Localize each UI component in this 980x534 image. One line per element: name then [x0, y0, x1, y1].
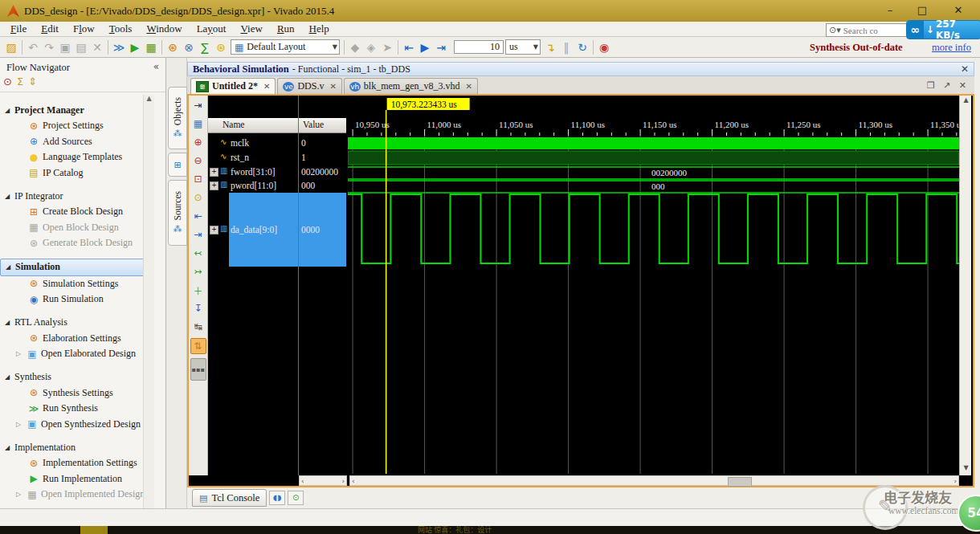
- close-tab-icon[interactable]: ✕: [329, 82, 336, 91]
- sidebar-section-project-manager[interactable]: ◢Project Manager: [0, 102, 151, 118]
- sidebar-item-language-templates[interactable]: ●Language Templates: [0, 149, 151, 165]
- sidebar-section-ip-integrator[interactable]: ◢IP Integrator: [0, 188, 151, 204]
- signal-row-mclk[interactable]: ∿mclk0: [208, 137, 346, 149]
- next-transition-icon[interactable]: ⇥: [191, 227, 206, 242]
- more-tools-button[interactable]: ▪▪▪: [190, 358, 206, 381]
- close-tab-icon[interactable]: ✕: [465, 82, 472, 91]
- run-for-time-icon[interactable]: ⇥: [433, 39, 449, 55]
- menu-layout[interactable]: Layout: [190, 22, 234, 35]
- save-waveform-icon[interactable]: ▦: [191, 116, 206, 131]
- sidebar-scrollbar[interactable]: ▲ ▼ ▫: [143, 95, 154, 532]
- close-tab-icon[interactable]: ✕: [263, 82, 270, 91]
- wave-hscrollbar[interactable]: ‹›: [349, 475, 959, 486]
- menu-edit[interactable]: Edit: [34, 22, 66, 35]
- menu-run[interactable]: Run: [270, 22, 302, 35]
- signal-row-pword[interactable]: +▥pword[11:0]000: [208, 178, 346, 192]
- menu-window[interactable]: Window: [139, 22, 189, 35]
- step-icon[interactable]: ↴: [542, 39, 558, 55]
- measure-icon[interactable]: ↹: [191, 320, 206, 334]
- tab-tcl-console[interactable]: ▤ Tcl Console: [192, 489, 267, 507]
- scroll-down-icon[interactable]: ▼: [961, 464, 971, 475]
- sidebar-item-synthesis-settings[interactable]: ⊛Synthesis Settings: [0, 385, 151, 402]
- external-window-icon[interactable]: ↗: [943, 80, 950, 91]
- comment-bubble-icon[interactable]: ◖◗: [269, 491, 285, 505]
- save-run-icon[interactable]: ▦: [143, 39, 159, 55]
- download-speed-badge[interactable]: ∞ ↓ 257 KB/s: [906, 20, 980, 39]
- sidebar-item-add-sources[interactable]: ⊕Add Sources: [0, 134, 151, 150]
- project-settings-icon[interactable]: ⊛: [165, 39, 181, 55]
- minimize-button[interactable]: –: [880, 2, 900, 18]
- close-button[interactable]: ✕: [948, 2, 969, 18]
- zoom-in-icon[interactable]: ⊕: [191, 135, 206, 149]
- tab-scope[interactable]: ⊞: [168, 153, 187, 177]
- reports-sigma-icon[interactable]: ∑: [197, 39, 213, 55]
- expand-signal-icon[interactable]: +: [210, 168, 218, 177]
- simulation-time-input[interactable]: 10: [454, 40, 504, 54]
- wave-vertical-scrollbar[interactable]: ▲ ▼: [959, 96, 971, 475]
- zoom-fit-icon[interactable]: ⊡: [191, 172, 206, 186]
- signal-row-da_data[interactable]: +▥da_data[9:0]0000: [208, 193, 346, 267]
- run-icon[interactable]: ▶: [127, 39, 143, 55]
- run-all-icon[interactable]: ▶: [417, 39, 433, 55]
- more-info-link[interactable]: more info: [932, 42, 971, 54]
- scroll-up-icon[interactable]: ▲: [961, 96, 971, 107]
- menu-file[interactable]: File: [3, 22, 34, 35]
- expand-signal-icon[interactable]: +: [210, 181, 218, 190]
- sidebar-item-run-implementation[interactable]: ▶Run Implementation: [0, 471, 151, 487]
- signal-row-fword[interactable]: +▥fword[31:0]00200000: [208, 165, 346, 178]
- run-flow-icon[interactable]: ≫: [111, 39, 127, 55]
- collapse-triangle-icon[interactable]: ◢: [0, 193, 14, 200]
- sidebar-section-rtl-analysis[interactable]: ◢RTL Analysis: [0, 315, 151, 331]
- signal-row-rst_n[interactable]: ∿rst_n1: [208, 150, 346, 164]
- collapse-triangle-icon[interactable]: ◢: [0, 373, 14, 381]
- sidebar-item-run-simulation[interactable]: ◉Run Simulation: [0, 291, 151, 308]
- goto-time-icon[interactable]: ⇥: [191, 98, 206, 112]
- column-header-row[interactable]: Name Value: [208, 118, 346, 133]
- sidebar-item-elaboration-settings[interactable]: ⊛Elaboration Settings: [0, 331, 151, 347]
- maximize-button[interactable]: □: [912, 2, 933, 18]
- add-marker-icon[interactable]: ＋: [191, 283, 206, 297]
- search-flow-icon[interactable]: ⊙: [3, 75, 12, 88]
- sidebar-item-project-settings[interactable]: ⊛Project Settings: [0, 118, 151, 134]
- relaunch-icon[interactable]: ↻: [574, 39, 590, 55]
- expand-arrow-icon[interactable]: ▷: [16, 421, 26, 428]
- collapse-triangle-icon[interactable]: ◢: [0, 107, 14, 114]
- collapse-triangle-icon[interactable]: ◢: [0, 319, 14, 326]
- tab-untitled-2[interactable]: ≋ Untitled 2* ✕: [190, 78, 276, 94]
- tab-objects[interactable]: Objects ⁂: [168, 87, 187, 149]
- collapse-all-icon[interactable]: ⇕: [28, 75, 37, 88]
- name-panel-hscrollbar[interactable]: ‹›: [299, 475, 347, 486]
- sidebar-item-ip-catalog[interactable]: ▤IP Catalog: [0, 165, 151, 181]
- waveform-canvas[interactable]: 10,950 us11,000 us11,050 us11,100 us11,1…: [348, 96, 959, 475]
- previous-transition-icon[interactable]: ⇤: [191, 209, 206, 223]
- scrollbar-thumb[interactable]: [728, 477, 752, 487]
- zoom-to-cursor-icon[interactable]: ⊙: [191, 190, 206, 205]
- time-unit-select[interactable]: us▼: [505, 39, 541, 55]
- zoom-out-icon[interactable]: ⊖: [191, 153, 206, 168]
- sidebar-item-run-synthesis[interactable]: ≫Run Synthesis: [0, 401, 151, 417]
- close-window-icon[interactable]: ✕: [959, 80, 966, 91]
- sidebar-item-implementation-settings[interactable]: ⊛Implementation Settings: [0, 455, 151, 471]
- sidebar-section-synthesis[interactable]: ◢Synthesis: [0, 369, 151, 385]
- menu-flow[interactable]: Flow: [66, 22, 102, 35]
- collapse-triangle-icon[interactable]: ◢: [0, 444, 14, 451]
- tab-blk-mem-gen[interactable]: vh blk_mem_gen_v8_3.vhd ✕: [344, 78, 478, 94]
- title-bar[interactable]: DDS_design - [E:/Vivado/DDS_design/DDS_d…: [0, 0, 980, 22]
- expand-signal-icon[interactable]: +: [210, 226, 218, 234]
- goto-zero-icon[interactable]: ↧: [191, 301, 206, 316]
- sidebar-item-open-elaborated-design[interactable]: ▷▣Open Elaborated Design: [0, 346, 151, 362]
- menu-help[interactable]: Help: [302, 22, 337, 35]
- close-panel-icon[interactable]: ✕: [961, 63, 969, 75]
- expand-arrow-icon[interactable]: ▷: [16, 350, 26, 357]
- sidebar-item-open-synthesized-design[interactable]: ▷▣Open Synthesized Design: [0, 417, 151, 433]
- restart-sim-icon[interactable]: ⇤: [401, 39, 417, 55]
- tools-icon[interactable]: ⊗: [181, 39, 197, 55]
- redo-wave-icon[interactable]: ↣: [191, 264, 206, 279]
- currency-bubble-icon[interactable]: ◉: [596, 39, 612, 55]
- simulation-panel-header[interactable]: Behavioral Simulation - Functional - sim…: [187, 62, 974, 76]
- expand-arrow-icon[interactable]: ▷: [16, 491, 26, 498]
- float-window-icon[interactable]: ❐: [927, 80, 935, 91]
- undo-wave-icon[interactable]: ↢: [191, 246, 206, 260]
- scroll-up-icon[interactable]: ▲: [145, 95, 153, 104]
- menu-view[interactable]: View: [233, 22, 269, 35]
